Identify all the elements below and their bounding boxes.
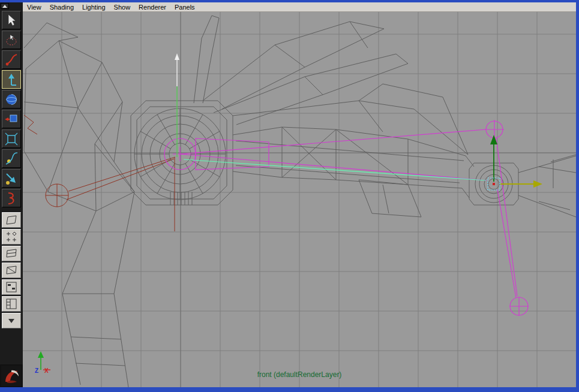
lasso-icon <box>4 33 19 47</box>
stacked-panes-icon <box>4 247 19 260</box>
camera-label: front (defaultRenderLayer) <box>257 370 342 379</box>
menu-view[interactable]: View <box>23 3 46 11</box>
universal-manipulator-icon <box>4 132 19 146</box>
scale-cube-icon <box>4 112 19 126</box>
paint-select-tool-button[interactable] <box>2 50 21 69</box>
soft-mod-tool-button[interactable] <box>2 149 21 168</box>
lasso-select-tool-button[interactable] <box>2 31 21 49</box>
maya-logo-icon <box>1 366 22 386</box>
ik-spline-cyan[interactable] <box>184 159 486 180</box>
hypergraph-pane-layout-button[interactable] <box>2 279 21 295</box>
grid-lines <box>23 12 576 387</box>
menu-lighting[interactable]: Lighting <box>78 3 110 11</box>
single-pane-layout-button[interactable] <box>2 212 21 228</box>
down-arrow-icon <box>4 314 19 327</box>
body-mesh <box>24 23 134 211</box>
under-arm-mesh <box>359 180 421 217</box>
layout-menu-dropdown-button[interactable] <box>2 313 21 328</box>
menu-panels[interactable]: Panels <box>170 3 199 11</box>
ik-handle-chain[interactable] <box>164 120 529 316</box>
wing-blades <box>194 16 408 125</box>
move-manipulator[interactable] <box>488 135 542 190</box>
last-tool-button[interactable] <box>2 189 21 207</box>
last-tool-icon <box>4 191 19 206</box>
wrist-housing <box>462 155 576 217</box>
layout-shortcuts <box>2 212 21 329</box>
manipulator-x-arrowhead <box>533 180 542 188</box>
universal-manipulator-tool-button[interactable] <box>2 129 21 148</box>
saved-layouts-grid-button[interactable] <box>2 229 21 245</box>
paint-brush-icon <box>4 53 19 67</box>
select-tool-button[interactable] <box>2 11 21 29</box>
show-manipulator-icon <box>4 171 19 186</box>
hypergraph-pane-icon <box>4 281 19 294</box>
arm-truss <box>233 84 468 155</box>
front-view-panel[interactable]: front (defaultRenderLayer) Z X <box>23 12 576 387</box>
ik-lines <box>180 129 517 298</box>
outliner-pane-layout-button[interactable] <box>2 296 21 312</box>
diagonal-pane-layout-button[interactable] <box>2 263 21 278</box>
scale-tool-button[interactable] <box>2 110 21 128</box>
rotate-tool-button[interactable] <box>2 90 21 108</box>
menu-shading[interactable]: Shading <box>46 3 78 11</box>
wireframe-model[interactable] <box>24 16 576 387</box>
two-pane-layout-button[interactable] <box>2 246 21 261</box>
maya-logo <box>0 364 23 387</box>
soft-mod-icon <box>4 152 19 166</box>
joint-y-axis-handle[interactable] <box>175 53 179 157</box>
cursor-arrow-icon <box>4 13 19 28</box>
move-manipulator-icon <box>4 73 19 87</box>
panel-menu-bar: View Shading Lighting Show Renderer Pane… <box>23 2 576 12</box>
menu-show[interactable]: Show <box>110 3 135 11</box>
leg-mesh <box>62 192 134 387</box>
toolbox-scroll-button[interactable] <box>1 3 9 9</box>
toolbox-sidebar <box>0 2 23 387</box>
outliner-pane-icon <box>4 297 19 310</box>
scene-canvas[interactable] <box>23 12 576 387</box>
axis-z-label: Z <box>35 367 38 374</box>
up-triangle-icon <box>2 5 7 8</box>
menu-renderer[interactable]: Renderer <box>134 3 170 11</box>
manipulator-center-mark <box>493 183 495 185</box>
single-pane-icon <box>4 213 19 227</box>
pole-vector-red[interactable] <box>24 115 175 231</box>
rotate-sphere-icon <box>4 92 19 107</box>
show-manipulator-tool-button[interactable] <box>2 169 21 188</box>
axis-x-label: X <box>44 367 49 374</box>
move-tool-button[interactable] <box>2 70 21 89</box>
arm-mesh <box>233 127 466 188</box>
diagonal-pane-icon <box>4 264 19 277</box>
plus-diamond-grid-icon <box>4 230 19 243</box>
